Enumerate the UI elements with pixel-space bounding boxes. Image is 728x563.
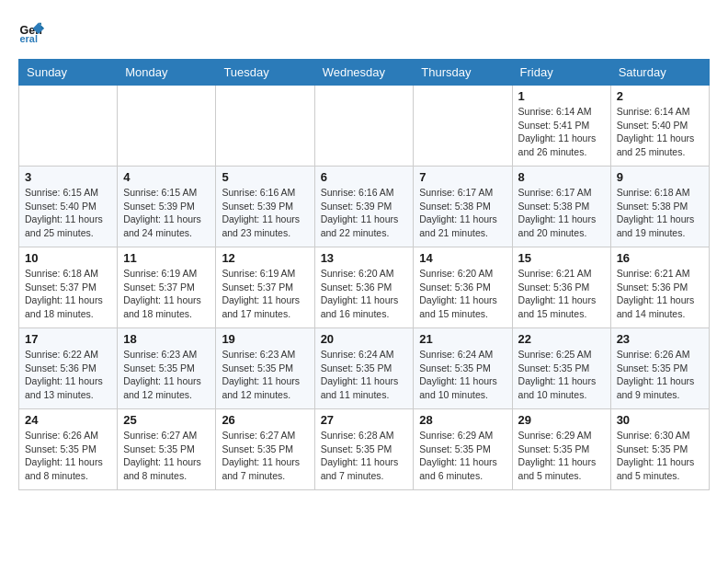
day-info: Sunrise: 6:25 AM Sunset: 5:35 PM Dayligh… [518, 348, 605, 402]
calendar-cell: 5Sunrise: 6:16 AM Sunset: 5:39 PM Daylig… [216, 167, 314, 247]
week-row-4: 24Sunrise: 6:26 AM Sunset: 5:35 PM Dayli… [19, 409, 710, 490]
calendar-cell: 19Sunrise: 6:23 AM Sunset: 5:35 PM Dayli… [216, 328, 314, 409]
day-info: Sunrise: 6:24 AM Sunset: 5:35 PM Dayligh… [419, 348, 506, 402]
calendar-cell: 27Sunrise: 6:28 AM Sunset: 5:35 PM Dayli… [314, 409, 414, 490]
day-number: 23 [617, 332, 703, 346]
day-number: 10 [25, 251, 111, 265]
day-number: 17 [25, 332, 111, 346]
day-number: 14 [419, 251, 506, 265]
calendar-cell: 12Sunrise: 6:19 AM Sunset: 5:37 PM Dayli… [216, 247, 314, 328]
calendar-cell: 9Sunrise: 6:18 AM Sunset: 5:38 PM Daylig… [610, 167, 709, 247]
calendar-body: 1Sunrise: 6:14 AM Sunset: 5:41 PM Daylig… [19, 86, 710, 490]
day-info: Sunrise: 6:23 AM Sunset: 5:35 PM Dayligh… [123, 348, 210, 402]
day-info: Sunrise: 6:20 AM Sunset: 5:36 PM Dayligh… [419, 267, 506, 321]
day-number: 20 [321, 332, 408, 346]
calendar-cell: 13Sunrise: 6:20 AM Sunset: 5:36 PM Dayli… [314, 247, 414, 328]
calendar-cell: 10Sunrise: 6:18 AM Sunset: 5:37 PM Dayli… [19, 247, 118, 328]
week-row-3: 17Sunrise: 6:22 AM Sunset: 5:36 PM Dayli… [19, 328, 710, 409]
calendar-cell: 26Sunrise: 6:27 AM Sunset: 5:35 PM Dayli… [216, 409, 314, 490]
day-number: 16 [617, 251, 703, 265]
calendar-cell: 3Sunrise: 6:15 AM Sunset: 5:40 PM Daylig… [19, 167, 118, 247]
week-row-0: 1Sunrise: 6:14 AM Sunset: 5:41 PM Daylig… [19, 86, 710, 167]
calendar-cell: 30Sunrise: 6:30 AM Sunset: 5:35 PM Dayli… [610, 409, 709, 490]
day-info: Sunrise: 6:15 AM Sunset: 5:40 PM Dayligh… [25, 186, 111, 240]
day-info: Sunrise: 6:29 AM Sunset: 5:35 PM Dayligh… [419, 429, 506, 483]
weekday-header-saturday: Saturday [610, 60, 709, 86]
weekday-header-row: SundayMondayTuesdayWednesdayThursdayFrid… [19, 60, 710, 86]
day-number: 22 [518, 332, 605, 346]
day-info: Sunrise: 6:22 AM Sunset: 5:36 PM Dayligh… [25, 348, 111, 402]
calendar-cell: 14Sunrise: 6:20 AM Sunset: 5:36 PM Dayli… [414, 247, 512, 328]
day-number: 30 [617, 413, 703, 427]
day-number: 6 [321, 170, 408, 184]
day-number: 18 [123, 332, 210, 346]
day-info: Sunrise: 6:18 AM Sunset: 5:37 PM Dayligh… [25, 267, 111, 321]
day-info: Sunrise: 6:20 AM Sunset: 5:36 PM Dayligh… [321, 267, 408, 321]
calendar-cell: 7Sunrise: 6:17 AM Sunset: 5:38 PM Daylig… [414, 167, 512, 247]
weekday-header-monday: Monday [118, 60, 216, 86]
day-info: Sunrise: 6:14 AM Sunset: 5:40 PM Dayligh… [617, 105, 703, 159]
calendar-cell: 11Sunrise: 6:19 AM Sunset: 5:37 PM Dayli… [118, 247, 216, 328]
calendar-cell: 15Sunrise: 6:21 AM Sunset: 5:36 PM Dayli… [512, 247, 610, 328]
week-row-1: 3Sunrise: 6:15 AM Sunset: 5:40 PM Daylig… [19, 167, 710, 247]
day-number: 24 [25, 413, 111, 427]
day-number: 25 [123, 413, 210, 427]
day-info: Sunrise: 6:14 AM Sunset: 5:41 PM Dayligh… [518, 105, 605, 159]
calendar-cell: 20Sunrise: 6:24 AM Sunset: 5:35 PM Dayli… [314, 328, 414, 409]
day-info: Sunrise: 6:17 AM Sunset: 5:38 PM Dayligh… [419, 186, 506, 240]
day-number: 9 [617, 170, 703, 184]
day-info: Sunrise: 6:24 AM Sunset: 5:35 PM Dayligh… [321, 348, 408, 402]
day-number: 26 [222, 413, 308, 427]
calendar-cell: 18Sunrise: 6:23 AM Sunset: 5:35 PM Dayli… [118, 328, 216, 409]
calendar-cell: 29Sunrise: 6:29 AM Sunset: 5:35 PM Dayli… [512, 409, 610, 490]
page-header: Gen eral [18, 18, 710, 44]
day-info: Sunrise: 6:17 AM Sunset: 5:38 PM Dayligh… [518, 186, 605, 240]
day-number: 11 [123, 251, 210, 265]
day-number: 3 [25, 170, 111, 184]
day-number: 7 [419, 170, 506, 184]
weekday-header-friday: Friday [512, 60, 610, 86]
calendar-cell [118, 86, 216, 167]
day-info: Sunrise: 6:21 AM Sunset: 5:36 PM Dayligh… [518, 267, 605, 321]
day-number: 27 [321, 413, 408, 427]
day-info: Sunrise: 6:27 AM Sunset: 5:35 PM Dayligh… [123, 429, 210, 483]
calendar-cell: 23Sunrise: 6:26 AM Sunset: 5:35 PM Dayli… [610, 328, 709, 409]
day-number: 19 [222, 332, 308, 346]
calendar-cell: 24Sunrise: 6:26 AM Sunset: 5:35 PM Dayli… [19, 409, 118, 490]
calendar-cell: 28Sunrise: 6:29 AM Sunset: 5:35 PM Dayli… [414, 409, 512, 490]
svg-text:eral: eral [20, 33, 38, 44]
calendar-cell [414, 86, 512, 167]
day-number: 21 [419, 332, 506, 346]
day-info: Sunrise: 6:27 AM Sunset: 5:35 PM Dayligh… [222, 429, 308, 483]
calendar-cell [216, 86, 314, 167]
day-info: Sunrise: 6:26 AM Sunset: 5:35 PM Dayligh… [25, 429, 111, 483]
day-number: 8 [518, 170, 605, 184]
day-info: Sunrise: 6:18 AM Sunset: 5:38 PM Dayligh… [617, 186, 703, 240]
day-info: Sunrise: 6:28 AM Sunset: 5:35 PM Dayligh… [321, 429, 408, 483]
day-info: Sunrise: 6:30 AM Sunset: 5:35 PM Dayligh… [617, 429, 703, 483]
calendar-cell: 4Sunrise: 6:15 AM Sunset: 5:39 PM Daylig… [118, 167, 216, 247]
calendar-cell: 2Sunrise: 6:14 AM Sunset: 5:40 PM Daylig… [610, 86, 709, 167]
calendar-cell: 17Sunrise: 6:22 AM Sunset: 5:36 PM Dayli… [19, 328, 118, 409]
calendar-cell: 6Sunrise: 6:16 AM Sunset: 5:39 PM Daylig… [314, 167, 414, 247]
day-info: Sunrise: 6:16 AM Sunset: 5:39 PM Dayligh… [222, 186, 308, 240]
day-info: Sunrise: 6:16 AM Sunset: 5:39 PM Dayligh… [321, 186, 408, 240]
weekday-header-tuesday: Tuesday [216, 60, 314, 86]
day-info: Sunrise: 6:19 AM Sunset: 5:37 PM Dayligh… [123, 267, 210, 321]
calendar-cell [19, 86, 118, 167]
weekday-header-thursday: Thursday [414, 60, 512, 86]
day-info: Sunrise: 6:21 AM Sunset: 5:36 PM Dayligh… [617, 267, 703, 321]
day-number: 4 [123, 170, 210, 184]
day-info: Sunrise: 6:15 AM Sunset: 5:39 PM Dayligh… [123, 186, 210, 240]
day-info: Sunrise: 6:29 AM Sunset: 5:35 PM Dayligh… [518, 429, 605, 483]
day-info: Sunrise: 6:26 AM Sunset: 5:35 PM Dayligh… [617, 348, 703, 402]
week-row-2: 10Sunrise: 6:18 AM Sunset: 5:37 PM Dayli… [19, 247, 710, 328]
day-number: 28 [419, 413, 506, 427]
day-number: 15 [518, 251, 605, 265]
day-number: 12 [222, 251, 308, 265]
calendar-cell: 22Sunrise: 6:25 AM Sunset: 5:35 PM Dayli… [512, 328, 610, 409]
day-number: 29 [518, 413, 605, 427]
calendar-cell: 8Sunrise: 6:17 AM Sunset: 5:38 PM Daylig… [512, 167, 610, 247]
calendar-cell [314, 86, 414, 167]
logo: Gen eral [18, 18, 48, 44]
